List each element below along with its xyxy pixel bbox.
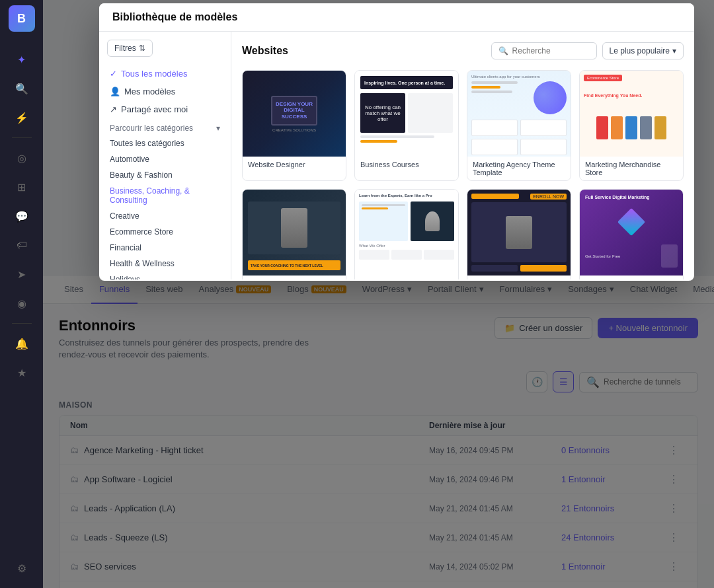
- template-info-courses2: [467, 276, 571, 279]
- sidebar-icon-star[interactable]: ★: [10, 361, 34, 385]
- template-search-input[interactable]: [512, 46, 590, 55]
- template-info-digital: [580, 276, 683, 279]
- category-business[interactable]: Business, Coaching, & Consulting: [99, 183, 231, 208]
- template-card-courses[interactable]: Inspiring lives. One person at a time. N…: [354, 70, 459, 181]
- template-info-ecommerce: Marketing Merchandise Store: [580, 157, 683, 180]
- category-financial[interactable]: Financial: [99, 240, 231, 256]
- left-sidebar: B ✦ 🔍 ⚡ ◎ ⊞ 💬 🏷 ➤ ◉ 🔔 ★ ⚙: [0, 0, 43, 588]
- sidebar-icon-location[interactable]: ◉: [10, 291, 34, 315]
- sidebar-divider-1: [12, 137, 32, 138]
- category-all[interactable]: Toutes les catégories: [99, 135, 231, 151]
- modal-title: Bibliothèque de modèles: [112, 11, 237, 23]
- template-thumb-expert: Learn from the Experts, Earn like a Pro: [355, 190, 458, 276]
- template-library-modal: Bibliothèque de modèles Filtres ⇅ ✓ Tous…: [99, 3, 694, 281]
- template-card-courses2[interactable]: ENROLL NOW: [467, 189, 571, 279]
- main-content: Sites Funnels Sites web Analyses NOUVEAU…: [43, 0, 714, 588]
- check-circle-icon: ✓: [110, 69, 117, 79]
- modal-sidebar: Filtres ⇅ ✓ Tous les modèles 👤 Mes modèl…: [99, 32, 231, 279]
- templates-grid: DESIGN YOURDIGITALSUCCESS CREATIVE SOLUT…: [242, 70, 684, 279]
- chevron-down-icon: ▾: [216, 124, 220, 133]
- sidebar-icon-settings[interactable]: ⚙: [10, 556, 34, 580]
- template-card-digital[interactable]: Full Service Digital Marketing Get Start…: [579, 189, 684, 279]
- search-icon: 🔍: [498, 46, 508, 55]
- nav-all-models[interactable]: ✓ Tous les modèles: [99, 65, 231, 83]
- template-info-marketing: Marketing Agency Theme Template: [467, 157, 571, 180]
- modal-section-label: Websites: [242, 45, 288, 57]
- template-card-expert[interactable]: Learn from the Experts, Earn like a Pro: [354, 189, 459, 279]
- sidebar-icon-tag[interactable]: 🏷: [10, 233, 34, 257]
- modal-main: Websites 🔍 Le plus populaire ▾: [231, 32, 694, 279]
- template-card-coaching[interactable]: TAKE YOUR COACHING TO THE NEXT LEVEL Coa…: [242, 189, 346, 279]
- template-info-courses: Business Courses: [355, 157, 458, 172]
- app-logo[interactable]: B: [9, 5, 35, 32]
- category-health[interactable]: Health & Wellness: [99, 256, 231, 272]
- category-beauty[interactable]: Beauty & Fashion: [99, 167, 231, 183]
- category-ecommerce[interactable]: Ecommerce Store: [99, 224, 231, 240]
- template-search-container: 🔍: [491, 42, 597, 59]
- category-creative[interactable]: Creative: [99, 208, 231, 224]
- template-thumb-designer: DESIGN YOURDIGITALSUCCESS CREATIVE SOLUT…: [243, 71, 346, 157]
- nav-shared[interactable]: ↗ Partagé avec moi: [99, 100, 231, 118]
- sidebar-icon-lightning[interactable]: ⚡: [10, 106, 34, 129]
- sidebar-icon-map[interactable]: ◎: [10, 146, 34, 170]
- filter-button[interactable]: Filtres ⇅: [107, 40, 153, 57]
- modal-body: Filtres ⇅ ✓ Tous les modèles 👤 Mes modèl…: [99, 32, 694, 279]
- modal-overlay[interactable]: Bibliothèque de modèles Filtres ⇅ ✓ Tous…: [43, 0, 714, 588]
- share-icon: ↗: [110, 104, 117, 114]
- nav-my-models[interactable]: 👤 Mes modèles: [99, 83, 231, 100]
- template-thumb-courses: Inspiring lives. One person at a time. N…: [355, 71, 458, 157]
- sidebar-icon-chat[interactable]: 💬: [10, 204, 34, 228]
- sidebar-icon-grid[interactable]: ⊞: [10, 175, 34, 199]
- template-card-ecommerce[interactable]: Ecommerce Store Find Everything You Need…: [579, 70, 684, 181]
- template-card-marketing[interactable]: Ultimate clients app for your customers: [467, 70, 571, 181]
- template-thumb-ecommerce: Ecommerce Store Find Everything You Need…: [580, 71, 683, 157]
- sidebar-icon-search[interactable]: 🔍: [10, 77, 34, 100]
- template-info-expert: [355, 276, 458, 279]
- sort-chevron-icon: ▾: [672, 46, 676, 55]
- sort-dropdown[interactable]: Le plus populaire ▾: [602, 42, 684, 59]
- template-thumb-coaching: TAKE YOUR COACHING TO THE NEXT LEVEL: [243, 190, 346, 276]
- user-icon: 👤: [110, 87, 120, 96]
- template-thumb-marketing: Ultimate clients app for your customers: [467, 71, 571, 157]
- modal-header: Bibliothèque de modèles: [99, 3, 694, 32]
- template-thumb-courses2: ENROLL NOW: [467, 190, 571, 276]
- template-card-designer[interactable]: DESIGN YOURDIGITALSUCCESS CREATIVE SOLUT…: [242, 70, 346, 181]
- sidebar-icon-bell[interactable]: 🔔: [10, 332, 34, 355]
- category-automotive[interactable]: Automotive: [99, 151, 231, 167]
- sidebar-icon-send[interactable]: ➤: [10, 262, 34, 286]
- modal-main-header: Websites 🔍 Le plus populaire ▾: [242, 42, 684, 59]
- category-holidays[interactable]: Holidays: [99, 272, 231, 279]
- template-info-coaching: Coaching Consulting: [243, 276, 346, 279]
- template-info-designer: Website Designer: [243, 157, 346, 172]
- filter-icon: ⇅: [139, 44, 145, 53]
- sidebar-divider-2: [12, 323, 32, 324]
- sidebar-icon-puzzle[interactable]: ✦: [10, 48, 34, 71]
- template-thumb-digital: Full Service Digital Marketing Get Start…: [580, 190, 683, 276]
- categories-section-header[interactable]: Parcourir les catégories ▾: [99, 118, 231, 135]
